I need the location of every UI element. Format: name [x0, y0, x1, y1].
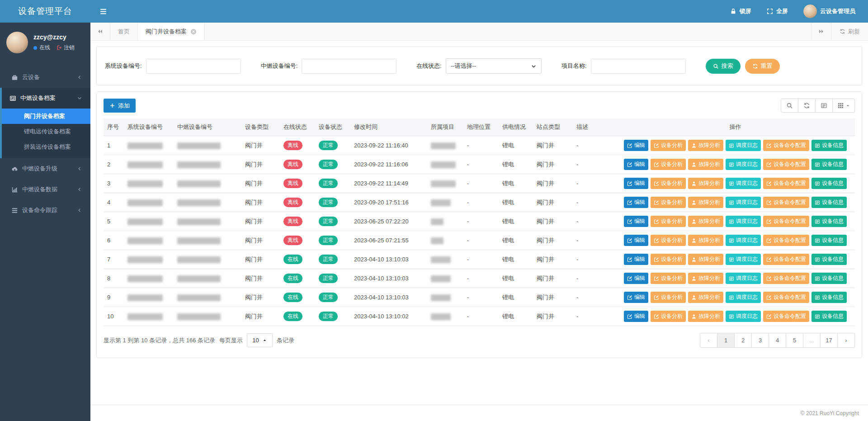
op-button-3[interactable]: 调度日志: [726, 254, 761, 265]
op-button-5[interactable]: 设备信息: [811, 140, 847, 151]
op-button-1[interactable]: 设备分析: [651, 254, 686, 265]
column-header-0[interactable]: 序号: [104, 118, 124, 136]
op-button-1[interactable]: 设备分析: [651, 235, 686, 246]
op-button-3[interactable]: 调度日志: [726, 235, 761, 246]
op-button-4[interactable]: 设备命令配置: [763, 197, 809, 208]
column-header-3[interactable]: 设备类型: [241, 118, 280, 136]
sidebar-item-2[interactable]: 中燃设备升级: [2, 158, 90, 179]
op-button-2[interactable]: 故障分析: [688, 273, 723, 284]
sidebar-item-1[interactable]: 中燃设备档案: [2, 88, 90, 109]
sidebar-subitem-1-1[interactable]: 锂电远传设备档案: [2, 124, 90, 139]
op-button-2[interactable]: 故障分析: [688, 197, 723, 208]
sidebar-item-4[interactable]: 设备命令跟踪: [2, 200, 90, 221]
table-detail-view-button[interactable]: [815, 99, 833, 113]
page-button-4[interactable]: 4: [769, 333, 786, 348]
op-button-3[interactable]: 调度日志: [726, 159, 761, 170]
sidebar-item-3[interactable]: 中燃设备数据: [2, 179, 90, 200]
search-field-input-3[interactable]: [591, 59, 686, 74]
op-button-2[interactable]: 故障分析: [688, 235, 723, 246]
page-button-3[interactable]: 3: [751, 333, 769, 348]
op-button-3[interactable]: 调度日志: [726, 273, 761, 284]
op-button-5[interactable]: 设备信息: [811, 292, 847, 303]
op-button-4[interactable]: 设备命令配置: [763, 292, 809, 303]
column-header-8[interactable]: 地理位置: [463, 118, 499, 136]
tab-0[interactable]: 首页: [110, 23, 138, 40]
op-button-5[interactable]: 设备信息: [811, 235, 847, 246]
search-field-input-1[interactable]: [302, 59, 396, 74]
page-button-2[interactable]: 2: [734, 333, 752, 348]
op-button-2[interactable]: 故障分析: [688, 311, 723, 322]
op-button-2[interactable]: 故障分析: [688, 254, 723, 265]
column-header-11[interactable]: 描述: [573, 118, 616, 136]
refresh-tab-button[interactable]: 刷新: [831, 23, 868, 40]
op-button-0[interactable]: 编辑: [624, 140, 648, 151]
page-size-select[interactable]: 10: [247, 333, 273, 347]
op-button-4[interactable]: 设备命令配置: [763, 254, 809, 265]
op-button-2[interactable]: 故障分析: [688, 178, 723, 189]
tab-close-icon[interactable]: [190, 28, 197, 35]
op-button-4[interactable]: 设备命令配置: [763, 273, 809, 284]
tab-1[interactable]: 阀门井设备档案: [138, 23, 205, 40]
op-button-4[interactable]: 设备命令配置: [763, 216, 809, 227]
online-status-select[interactable]: --请选择--: [446, 58, 542, 74]
page-button-5[interactable]: 5: [786, 333, 803, 348]
op-button-1[interactable]: 设备分析: [651, 140, 686, 151]
tabs-scroll-left-button[interactable]: [90, 23, 110, 40]
user-menu[interactable]: 云设备管理员: [803, 5, 855, 18]
op-button-5[interactable]: 设备信息: [811, 311, 847, 322]
column-header-10[interactable]: 站点类型: [533, 118, 573, 136]
fullscreen-button[interactable]: 全屏: [767, 7, 788, 15]
page-button-17[interactable]: 17: [820, 333, 838, 348]
add-button[interactable]: 添加: [104, 99, 136, 113]
sidebar-toggle-icon[interactable]: [90, 8, 116, 15]
op-button-4[interactable]: 设备命令配置: [763, 140, 809, 151]
page-button-ellipsis[interactable]: ...: [803, 333, 821, 348]
op-button-1[interactable]: 设备分析: [651, 216, 686, 227]
op-button-0[interactable]: 编辑: [624, 197, 648, 208]
op-button-3[interactable]: 调度日志: [726, 197, 761, 208]
op-button-5[interactable]: 设备信息: [811, 197, 847, 208]
op-button-3[interactable]: 调度日志: [726, 311, 761, 322]
op-button-0[interactable]: 编辑: [624, 273, 648, 284]
op-button-2[interactable]: 故障分析: [688, 292, 723, 303]
op-button-4[interactable]: 设备命令配置: [763, 311, 809, 322]
op-button-3[interactable]: 调度日志: [726, 216, 761, 227]
column-header-6[interactable]: 修改时间: [350, 118, 427, 136]
sidebar-subitem-1-0[interactable]: 阀门井设备档案: [2, 109, 90, 124]
op-button-4[interactable]: 设备命令配置: [763, 159, 809, 170]
op-button-1[interactable]: 设备分析: [651, 159, 686, 170]
op-button-1[interactable]: 设备分析: [651, 197, 686, 208]
column-header-1[interactable]: 系统设备编号: [124, 118, 174, 136]
tabs-scroll-right-button[interactable]: [811, 23, 831, 40]
search-button[interactable]: 搜索: [706, 59, 741, 74]
op-button-2[interactable]: 故障分析: [688, 159, 723, 170]
page-button-prev[interactable]: ‹: [700, 333, 717, 348]
op-button-0[interactable]: 编辑: [624, 311, 648, 322]
logout-button[interactable]: 注销: [56, 44, 75, 52]
op-button-1[interactable]: 设备分析: [651, 311, 686, 322]
op-button-5[interactable]: 设备信息: [811, 159, 847, 170]
reset-button[interactable]: 重置: [745, 59, 780, 74]
column-header-4[interactable]: 在线状态: [280, 118, 315, 136]
table-columns-button[interactable]: [832, 99, 855, 113]
op-button-5[interactable]: 设备信息: [811, 254, 847, 265]
op-button-3[interactable]: 调度日志: [726, 178, 761, 189]
page-button-1[interactable]: 1: [717, 333, 735, 348]
column-header-2[interactable]: 中燃设备编号: [174, 118, 241, 136]
op-button-0[interactable]: 编辑: [624, 254, 648, 265]
sidebar-subitem-1-2[interactable]: 拼装远传设备档案: [2, 139, 90, 155]
op-button-0[interactable]: 编辑: [624, 235, 648, 246]
page-button-next[interactable]: ›: [837, 333, 855, 348]
op-button-4[interactable]: 设备命令配置: [763, 178, 809, 189]
op-button-4[interactable]: 设备命令配置: [763, 235, 809, 246]
table-search-button[interactable]: [781, 99, 798, 113]
op-button-5[interactable]: 设备信息: [811, 216, 847, 227]
lock-screen-button[interactable]: 锁屏: [730, 7, 751, 15]
column-header-9[interactable]: 供电情况: [499, 118, 533, 136]
op-button-5[interactable]: 设备信息: [811, 273, 847, 284]
op-button-2[interactable]: 故障分析: [688, 216, 723, 227]
op-button-1[interactable]: 设备分析: [651, 292, 686, 303]
op-button-3[interactable]: 调度日志: [726, 140, 761, 151]
op-button-0[interactable]: 编辑: [624, 178, 648, 189]
op-button-1[interactable]: 设备分析: [651, 273, 686, 284]
